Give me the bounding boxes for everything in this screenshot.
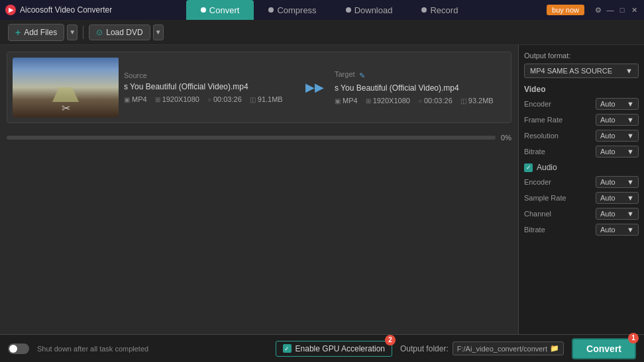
source-format: ▣ MP4 bbox=[124, 95, 147, 103]
audio-samplerate-row: Sample Rate Auto ▼ bbox=[524, 192, 639, 204]
file-icon: ◫ bbox=[250, 96, 256, 103]
gpu-label: Enable GPU Acceleration bbox=[295, 344, 385, 353]
format-value: MP4 SAME AS SOURCE bbox=[530, 67, 612, 75]
toolbar: + Add Files ▼ ⊙ Load DVD ▼ bbox=[0, 20, 644, 45]
video-framerate-row: Frame Rate Auto ▼ bbox=[524, 114, 639, 126]
right-panel: Output format: MP4 SAME AS SOURCE ▼ Vide… bbox=[518, 45, 644, 334]
audio-bitrate-select[interactable]: Auto ▼ bbox=[596, 224, 639, 236]
video-bitrate-label: Bitrate bbox=[524, 148, 545, 156]
audio-samplerate-value: Auto bbox=[600, 194, 616, 202]
source-duration-value: 00:03:26 bbox=[213, 95, 242, 103]
video-framerate-select[interactable]: Auto ▼ bbox=[596, 114, 639, 126]
target-duration-value: 00:03:26 bbox=[424, 97, 453, 105]
gpu-acceleration-area[interactable]: 2 ✓ Enable GPU Acceleration bbox=[276, 341, 392, 357]
video-resolution-select[interactable]: Auto ▼ bbox=[596, 130, 639, 142]
audio-section-header: ✓ Audio bbox=[524, 163, 639, 172]
bottom-bar: Shut down after all task completed 2 ✓ E… bbox=[0, 334, 644, 362]
gpu-checkbox[interactable]: ✓ bbox=[283, 344, 292, 353]
audio-channel-label: Channel bbox=[524, 210, 551, 218]
tab-convert[interactable]: Convert bbox=[186, 0, 254, 20]
source-resolution: ⊞ 1920X1080 bbox=[155, 95, 199, 103]
target-header: Target bbox=[335, 70, 355, 78]
audio-samplerate-select[interactable]: Auto ▼ bbox=[596, 192, 639, 204]
format-icon: ▣ bbox=[124, 96, 130, 103]
tab-compress[interactable]: Compress bbox=[254, 0, 331, 20]
source-size: ◫ 91.1MB bbox=[250, 95, 283, 103]
tab-download[interactable]: Download bbox=[331, 0, 407, 20]
tab-record[interactable]: Record bbox=[407, 0, 472, 20]
tab-convert-dot bbox=[201, 7, 206, 13]
video-section-header: Video bbox=[524, 85, 639, 94]
convert-arrow: ▶▶ bbox=[300, 80, 329, 95]
video-bitrate-value: Auto bbox=[600, 148, 616, 156]
source-format-value: MP4 bbox=[132, 95, 147, 103]
video-encoder-label: Encoder bbox=[524, 100, 551, 108]
buy-now-button[interactable]: buy now bbox=[547, 5, 584, 15]
app-icon: ▶ bbox=[5, 5, 16, 15]
folder-browse-icon[interactable]: 📁 bbox=[550, 344, 559, 353]
scissors-icon[interactable]: ✂ bbox=[62, 102, 70, 114]
output-path-field[interactable]: F:/Ai_video_convert/convert 📁 bbox=[453, 341, 564, 355]
audio-channel-row: Channel Auto ▼ bbox=[524, 208, 639, 220]
video-bitrate-select[interactable]: Auto ▼ bbox=[596, 146, 639, 158]
video-resolution-label: Resolution bbox=[524, 132, 559, 140]
tab-compress-dot bbox=[268, 7, 274, 13]
video-resolution-value: Auto bbox=[600, 132, 616, 140]
close-button[interactable]: ✕ bbox=[629, 5, 639, 15]
source-duration: ○ 00:03:26 bbox=[207, 95, 242, 103]
dvd-icon: ⊙ bbox=[96, 28, 103, 37]
target-format-value: MP4 bbox=[343, 97, 358, 105]
convert-label: Convert bbox=[586, 343, 621, 354]
convert-badge: 1 bbox=[628, 333, 639, 343]
audio-channel-select[interactable]: Auto ▼ bbox=[596, 208, 639, 220]
add-files-dropdown[interactable]: ▼ bbox=[67, 24, 78, 40]
source-info: Source s You Beautiful (Official Video).… bbox=[124, 71, 295, 103]
audio-samplerate-label: Sample Rate bbox=[524, 194, 566, 202]
video-framerate-caret: ▼ bbox=[627, 116, 634, 124]
settings-icon[interactable]: ⚙ bbox=[594, 5, 603, 15]
toolbar-divider bbox=[83, 26, 83, 39]
minimize-button[interactable]: — bbox=[606, 5, 615, 15]
audio-bitrate-label: Bitrate bbox=[524, 226, 545, 234]
output-path-value: F:/Ai_video_convert/convert bbox=[457, 345, 547, 353]
video-framerate-label: Frame Rate bbox=[524, 116, 563, 124]
target-duration: ○ 00:03:26 bbox=[418, 97, 453, 105]
source-meta: ▣ MP4 ⊞ 1920X1080 ○ 00:03:26 ◫ 91.1MB bbox=[124, 95, 295, 103]
source-filename: s You Beautiful (Official Video).mp4 bbox=[124, 82, 256, 91]
window-controls: ⚙ — □ ✕ bbox=[594, 5, 639, 15]
video-encoder-select[interactable]: Auto ▼ bbox=[596, 98, 639, 110]
format-selector[interactable]: MP4 SAME AS SOURCE ▼ bbox=[524, 64, 639, 78]
output-folder-area: Output folder: F:/Ai_video_convert/conve… bbox=[400, 341, 564, 355]
tabs-area: Convert Compress Download Record bbox=[116, 0, 543, 20]
video-bitrate-row: Bitrate Auto ▼ bbox=[524, 146, 639, 158]
target-filename: s You Beautiful (Official Video).mp4 bbox=[335, 83, 467, 93]
target-clock-icon: ○ bbox=[418, 97, 422, 105]
maximize-button[interactable]: □ bbox=[617, 5, 627, 15]
shutdown-toggle[interactable] bbox=[8, 343, 29, 354]
source-header: Source bbox=[124, 71, 295, 79]
audio-bitrate-value: Auto bbox=[600, 226, 616, 234]
load-dvd-label: Load DVD bbox=[106, 28, 142, 37]
target-meta: ▣ MP4 ⊞ 1920X1080 ○ 00:03:26 ◫ 93.2MB bbox=[335, 97, 506, 105]
convert-button[interactable]: 1 Convert bbox=[572, 338, 636, 359]
target-res-icon: ⊞ bbox=[366, 97, 371, 105]
tab-download-dot bbox=[346, 7, 351, 13]
target-size-value: 93.2MB bbox=[468, 97, 494, 105]
add-files-button[interactable]: + Add Files bbox=[8, 24, 64, 41]
load-dvd-dropdown[interactable]: ▼ bbox=[153, 24, 164, 40]
target-info: Target ✎ s You Beautiful (Official Video… bbox=[335, 70, 506, 105]
file-item: ✂ Source s You Beautiful (Official Video… bbox=[7, 52, 511, 123]
load-dvd-button[interactable]: ⊙ Load DVD bbox=[89, 24, 150, 40]
audio-bitrate-row: Bitrate Auto ▼ bbox=[524, 224, 639, 236]
output-folder-label: Output folder: bbox=[400, 344, 449, 353]
file-thumbnail: ✂ bbox=[13, 58, 119, 117]
audio-enable-checkbox[interactable]: ✓ bbox=[524, 163, 533, 172]
audio-encoder-row: Encoder Auto ▼ bbox=[524, 176, 639, 188]
target-format-icon: ▣ bbox=[335, 97, 341, 105]
file-panel: ✂ Source s You Beautiful (Official Video… bbox=[0, 45, 518, 334]
target-resolution: ⊞ 1920X1080 bbox=[366, 97, 410, 105]
audio-encoder-select[interactable]: Auto ▼ bbox=[596, 176, 639, 188]
video-bitrate-caret: ▼ bbox=[627, 148, 634, 156]
target-edit-icon[interactable]: ✎ bbox=[359, 71, 365, 80]
audio-encoder-label: Encoder bbox=[524, 178, 551, 186]
